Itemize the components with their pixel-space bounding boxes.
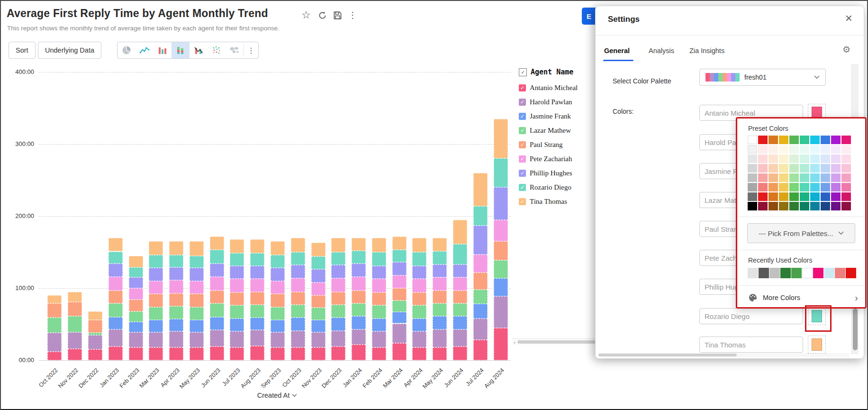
bar-segment[interactable] [129, 256, 143, 267]
preset-color-swatch[interactable] [758, 155, 768, 163]
bar-segment[interactable] [331, 305, 345, 318]
bar-segment[interactable] [331, 252, 345, 265]
preset-color-swatch[interactable] [841, 173, 851, 182]
legend-item[interactable]: ✓Antanio Micheal [519, 81, 578, 95]
bar-segment[interactable] [271, 294, 285, 307]
legend-item[interactable]: ✓Rozario Diego [519, 180, 578, 194]
bar-segment[interactable] [453, 277, 467, 290]
bar-segment[interactable] [129, 332, 143, 347]
bar-segment[interactable] [250, 253, 264, 266]
preset-color-swatch[interactable] [841, 136, 851, 144]
bar-segment[interactable] [392, 288, 407, 301]
preset-color-swatch[interactable] [758, 183, 768, 191]
bar-segment[interactable] [210, 291, 224, 303]
preset-color-swatch[interactable] [831, 145, 841, 154]
bar-segment[interactable] [88, 333, 102, 335]
bar-segment[interactable] [352, 264, 366, 276]
bar-segment[interactable] [230, 266, 244, 279]
legend-item[interactable]: ✓Pete Zachariah [519, 152, 578, 166]
bar-segment[interactable] [433, 316, 447, 329]
preset-color-swatch[interactable] [800, 145, 809, 154]
preset-color-swatch[interactable] [779, 173, 788, 182]
preset-color-swatch[interactable] [800, 155, 809, 163]
bar-segment[interactable] [190, 241, 204, 255]
agent-color-swatch[interactable] [808, 307, 826, 325]
recent-color-swatch[interactable] [780, 268, 791, 278]
preset-color-swatch[interactable] [779, 202, 788, 210]
bar-segment[interactable] [412, 305, 426, 318]
bar-segment[interactable] [412, 238, 426, 252]
preset-color-swatch[interactable] [789, 202, 799, 210]
bar-segment[interactable] [210, 277, 224, 291]
recent-color-swatch[interactable] [759, 268, 769, 278]
bar-segment[interactable] [250, 279, 264, 292]
bar-segment[interactable] [108, 291, 123, 303]
bar-segment[interactable] [210, 330, 224, 346]
bar-segment[interactable] [271, 347, 285, 360]
bar-segment[interactable] [412, 266, 426, 279]
bar-segment[interactable] [473, 273, 488, 290]
preset-color-swatch[interactable] [789, 155, 799, 163]
preset-color-swatch[interactable] [779, 192, 788, 201]
bar-segment[interactable] [494, 241, 508, 260]
bar-segment[interactable] [331, 278, 345, 292]
bar-segment[interactable] [108, 252, 123, 264]
bar-segment[interactable] [311, 282, 326, 295]
preset-color-swatch[interactable] [758, 192, 768, 201]
preset-color-swatch[interactable] [758, 173, 768, 182]
preset-color-swatch[interactable] [748, 183, 757, 191]
legend-checkbox[interactable]: ✓ [519, 198, 526, 205]
bar-segment[interactable] [230, 292, 244, 305]
legend-checkbox[interactable]: ✓ [519, 99, 526, 106]
bar-segment[interactable] [372, 238, 386, 252]
bar-segment[interactable] [453, 346, 467, 360]
bar-segment[interactable] [250, 305, 264, 318]
scroll-left-arrow-icon[interactable]: ‹ [514, 339, 515, 345]
tab-zia-insights[interactable]: Zia Insights [689, 47, 724, 55]
bar-segment[interactable] [412, 279, 426, 292]
bar-segment[interactable] [453, 291, 467, 303]
bar-segment[interactable] [453, 329, 467, 346]
bar-segment[interactable] [291, 292, 305, 305]
preset-color-swatch[interactable] [831, 136, 841, 144]
legend-item[interactable]: ✓Tina Thomas [519, 194, 578, 209]
bar-segment[interactable] [108, 329, 123, 346]
preset-color-swatch[interactable] [810, 202, 820, 210]
bar-segment[interactable] [392, 324, 407, 343]
bar-segment[interactable] [47, 295, 62, 303]
bar-segment[interactable] [311, 269, 326, 282]
legend-select-all-checkbox[interactable]: ✓ [519, 68, 527, 76]
bar-segment[interactable] [271, 281, 285, 294]
bar-segment[interactable] [311, 243, 326, 256]
preset-color-swatch[interactable] [779, 183, 788, 191]
bar-segment[interactable] [190, 256, 204, 268]
bar-segment[interactable] [412, 292, 426, 305]
bar-segment[interactable] [453, 316, 467, 329]
bar-segment[interactable] [494, 328, 508, 360]
preset-color-swatch[interactable] [769, 145, 778, 154]
preset-color-swatch[interactable] [841, 164, 851, 173]
preset-color-swatch[interactable] [821, 173, 830, 182]
bar-segment[interactable] [392, 312, 407, 323]
preset-color-swatch[interactable] [758, 164, 768, 173]
bar-segment[interactable] [453, 220, 467, 245]
bar-segment[interactable] [453, 244, 467, 264]
bar-segment[interactable] [311, 347, 326, 360]
preset-color-swatch[interactable] [831, 183, 841, 191]
bar-segment[interactable] [129, 311, 143, 322]
bar-segment[interactable] [149, 268, 163, 281]
bar-segment[interactable] [68, 292, 82, 302]
bar-segment[interactable] [250, 330, 264, 346]
preset-color-swatch[interactable] [779, 164, 788, 173]
bar-segment[interactable] [473, 255, 488, 273]
bar-segment[interactable] [392, 262, 407, 275]
legend-item[interactable]: ✓Lazar Mathew [519, 123, 578, 137]
bar-segment[interactable] [433, 347, 447, 360]
bar-segment[interactable] [88, 349, 102, 360]
bar-segment[interactable] [433, 291, 447, 303]
bar-segment[interactable] [129, 347, 143, 360]
bar-segment[interactable] [453, 303, 467, 316]
bar-segment[interactable] [47, 318, 62, 333]
bar-segment[interactable] [372, 305, 386, 318]
bar-segment[interactable] [169, 331, 183, 347]
